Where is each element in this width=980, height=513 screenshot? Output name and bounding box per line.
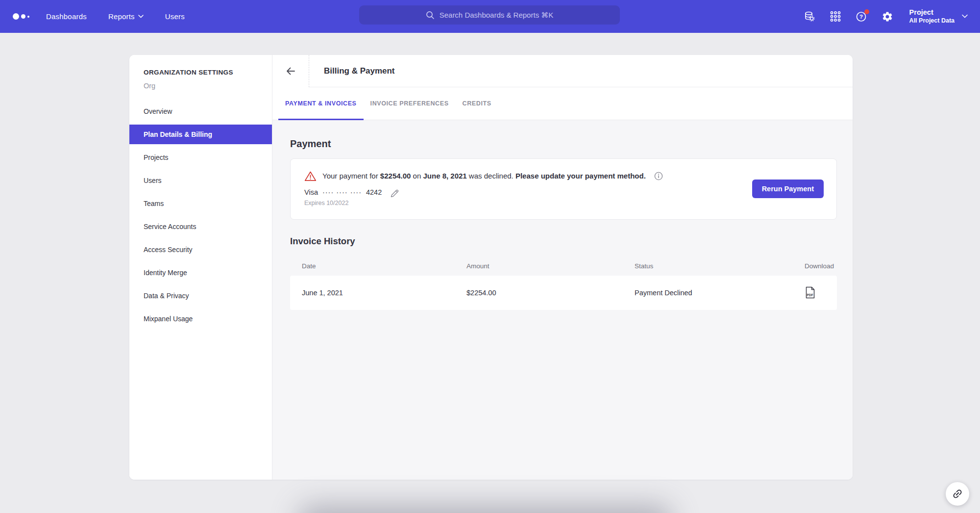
download-pdf-icon[interactable]: PDF [805, 286, 815, 299]
col-download: Download [760, 262, 834, 270]
nav-item-reports[interactable]: Reports [108, 12, 144, 21]
org-name: Org [144, 82, 272, 90]
invoice-date: June 1, 2021 [302, 289, 466, 297]
page-header: Billing & Payment [272, 55, 853, 87]
tab-content: Payment Your payment for $2254.00 on Jun… [272, 120, 853, 480]
billing-tabs: PAYMENT & INVOICES INVOICE PREFERENCES C… [272, 87, 853, 120]
sidebar-item-mixpanel-usage[interactable]: Mixpanel Usage [129, 309, 272, 329]
copy-link-button[interactable] [946, 482, 969, 506]
sidebar-item-plan-details-billing[interactable]: Plan Details & Billing [129, 125, 272, 144]
data-management-icon[interactable] [804, 11, 815, 23]
project-label: Project [909, 8, 955, 17]
sidebar-item-data-privacy[interactable]: Data & Privacy [129, 286, 272, 306]
org-settings-panel: ORGANIZATION SETTINGS Org Overview Plan … [129, 55, 853, 480]
tab-invoice-preferences[interactable]: INVOICE PREFERENCES [364, 87, 456, 120]
search-input[interactable]: Search Dashboards & Reports ⌘K [359, 5, 620, 25]
payment-method: Visa ···· ···· ···· 4242 [304, 187, 824, 197]
sidebar-item-access-security[interactable]: Access Security [129, 240, 272, 259]
sidebar-item-service-accounts[interactable]: Service Accounts [129, 217, 272, 236]
warning-icon [304, 170, 317, 182]
col-date: Date [302, 262, 466, 270]
nav-item-label: Reports [108, 12, 135, 21]
search-placeholder: Search Dashboards & Reports ⌘K [440, 11, 554, 20]
svg-text:PDF: PDF [807, 293, 813, 297]
payment-section-title: Payment [290, 139, 837, 149]
invoice-table: Date Amount Status Download June 1, 2021… [290, 256, 837, 310]
help-icon[interactable]: ? [856, 11, 867, 23]
payment-card: Your payment for $2254.00 on June 8, 202… [290, 158, 837, 220]
sidebar-item-overview[interactable]: Overview [129, 102, 272, 121]
warning-text: Your payment for $2254.00 on June 8, 202… [322, 170, 646, 182]
invoice-status: Payment Declined [635, 289, 760, 297]
sidebar-item-projects[interactable]: Projects [129, 148, 272, 167]
invoice-row: June 1, 2021 $2254.00 Payment Declined P… [290, 276, 837, 310]
settings-sidebar: ORGANIZATION SETTINGS Org Overview Plan … [129, 55, 272, 480]
page-title: Billing & Payment [309, 55, 853, 87]
col-amount: Amount [466, 262, 635, 270]
project-value: All Project Data [909, 17, 955, 25]
edit-payment-method-icon[interactable] [390, 187, 399, 197]
billing-main: Billing & Payment PAYMENT & INVOICES INV… [272, 55, 853, 480]
nav-item-dashboards[interactable]: Dashboards [46, 12, 87, 21]
info-icon[interactable] [654, 172, 663, 180]
apps-grid-icon[interactable] [830, 11, 841, 23]
sidebar-item-teams[interactable]: Teams [129, 194, 272, 213]
invoice-history-title: Invoice History [290, 237, 837, 246]
nav-item-label: Dashboards [46, 12, 87, 21]
back-button[interactable] [272, 55, 309, 87]
col-status: Status [635, 262, 760, 270]
invoice-table-header: Date Amount Status Download [290, 256, 837, 276]
rerun-payment-button[interactable]: Rerun Payment [752, 180, 824, 198]
card-brand: Visa [304, 188, 318, 196]
svg-text:?: ? [859, 14, 863, 20]
chevron-down-icon [962, 14, 968, 18]
settings-gear-icon[interactable] [882, 11, 893, 23]
sidebar-section-title: ORGANIZATION SETTINGS [144, 69, 272, 77]
nav-item-users[interactable]: Users [165, 12, 185, 21]
project-selector[interactable]: Project All Project Data [909, 8, 968, 24]
notification-badge [864, 9, 869, 14]
card-expiry: Expires 10/2022 [304, 200, 824, 206]
mixpanel-logo-icon[interactable] [13, 13, 29, 20]
chevron-down-icon [138, 15, 144, 18]
tab-payment-invoices[interactable]: PAYMENT & INVOICES [278, 87, 364, 120]
primary-nav: Dashboards Reports Users [46, 12, 185, 21]
arrow-left-icon [285, 66, 296, 77]
link-icon [952, 488, 963, 500]
card-masked-digits: ···· ···· ···· [322, 188, 362, 196]
top-navbar: Dashboards Reports Users Search Dashboar… [0, 0, 980, 33]
payment-declined-warning: Your payment for $2254.00 on June 8, 202… [304, 170, 824, 182]
tab-credits[interactable]: CREDITS [456, 87, 498, 120]
sidebar-menu: Overview Plan Details & Billing Projects… [129, 102, 272, 329]
sidebar-item-users[interactable]: Users [129, 171, 272, 190]
search-icon [426, 11, 435, 20]
card-last4: 4242 [366, 188, 382, 196]
invoice-amount: $2254.00 [466, 289, 635, 297]
nav-item-label: Users [165, 12, 185, 21]
navbar-right-cluster: ? Project All Project Data [804, 0, 968, 33]
sidebar-item-identity-merge[interactable]: Identity Merge [129, 263, 272, 282]
